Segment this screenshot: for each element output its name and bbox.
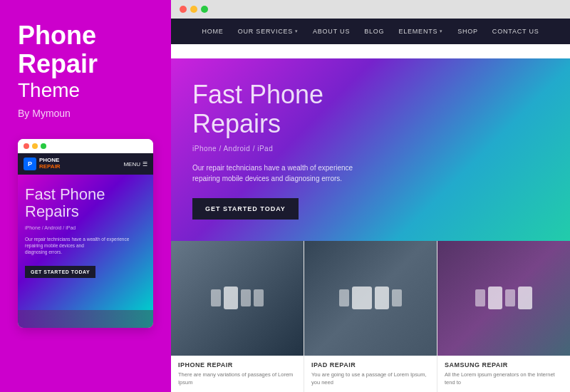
samsung-phone-small2: [505, 289, 515, 306]
nav-about-us[interactable]: ABOUT US: [313, 28, 350, 35]
card-samsung-text: All the Lorem ipsum generators on the In…: [445, 371, 563, 386]
nav-contact-us[interactable]: CONTACT US: [492, 28, 539, 35]
card-iphone-body: IPHONE REPAIR There are many variations …: [171, 356, 304, 392]
mobile-hero-title: Fast Phone Repairs: [25, 186, 146, 220]
card-iphone-image: [171, 241, 304, 356]
phone-shape-small: [211, 289, 221, 306]
card-ipad-title: IPAD REPAIR: [311, 361, 430, 368]
card-samsung-body: SAMSUNG REPAIR All the Lorem ipsum gener…: [437, 356, 570, 392]
nav-elements[interactable]: ELEMENTS ▾: [398, 28, 443, 35]
hero-title: Fast Phone Repairs: [192, 80, 549, 139]
left-panel: Phone Repair Theme By Mymoun P PHONE REP…: [0, 0, 171, 392]
browser-titlebar: [171, 0, 570, 19]
hero-section: Fast Phone Repairs iPhone / Android / iP…: [171, 58, 570, 241]
nav-blog[interactable]: BLOG: [364, 28, 384, 35]
mobile-logo-text: PHONE REPAIR: [39, 158, 61, 170]
mobile-dot-green: [41, 143, 46, 149]
card-iphone: IPHONE REPAIR There are many variations …: [171, 241, 304, 392]
mobile-nav: P PHONE REPAIR MENU ☰: [18, 153, 153, 175]
browser-dot-yellow: [190, 6, 197, 13]
mobile-logo-icon: P: [24, 158, 36, 170]
samsung-phone-small: [475, 289, 485, 306]
ipad-phone-large: [375, 287, 389, 309]
browser-content: HOME OUR SERVICES ▾ ABOUT US BLOG ELEMEN…: [171, 19, 570, 392]
nav-services-arrow: ▾: [295, 29, 299, 34]
mobile-dot-yellow: [32, 143, 38, 149]
ipad-phone-small: [339, 289, 349, 306]
mobile-bottom-strip: [18, 310, 153, 328]
hero-cta-button[interactable]: GET STARTED TODAY: [192, 198, 299, 220]
card-iphone-text: There are many variations of passages of…: [178, 371, 296, 386]
card-samsung: SAMSUNG REPAIR All the Lorem ipsum gener…: [437, 241, 570, 392]
ipad-tablet-shape: [352, 287, 372, 309]
nav-our-services[interactable]: OUR SERVICES ▾: [238, 28, 299, 35]
ipad-phone-small2: [392, 289, 402, 306]
mobile-preview: P PHONE REPAIR MENU ☰ Fast Phone Repairs…: [18, 139, 153, 328]
site-nav: HOME OUR SERVICES ▾ ABOUT US BLOG ELEMEN…: [171, 19, 570, 44]
card-samsung-title: SAMSUNG REPAIR: [445, 361, 563, 368]
samsung-phone-large: [488, 287, 502, 309]
app-title-phone: Phone: [18, 21, 153, 50]
card-iphone-title: IPHONE REPAIR: [178, 361, 296, 368]
nav-shop[interactable]: SHOP: [457, 28, 478, 35]
card-ipad-image: [304, 241, 437, 356]
app-title-repair: Repair: [18, 50, 153, 78]
mobile-logo: P PHONE REPAIR: [24, 158, 61, 170]
mobile-titlebar: [18, 139, 153, 153]
card-samsung-image: [437, 241, 570, 356]
mobile-hero-desc: Our repair technicians have a wealth of …: [25, 236, 146, 255]
hero-description: Our repair technicians have a wealth of …: [192, 163, 420, 184]
right-panel: HOME OUR SERVICES ▾ ABOUT US BLOG ELEMEN…: [171, 0, 570, 392]
samsung-phone-large2: [518, 287, 532, 309]
cards-section: IPHONE REPAIR There are many variations …: [171, 241, 570, 392]
browser-dot-green: [201, 6, 208, 13]
phone-shape-small3: [254, 289, 264, 306]
mobile-dot-red: [24, 143, 29, 149]
nav-elements-arrow: ▾: [440, 29, 443, 34]
mobile-hero: Fast Phone Repairs iPhone / Android / iP…: [18, 175, 153, 310]
mobile-menu-label: MENU ☰: [123, 161, 147, 167]
app-subtitle: Theme: [18, 79, 153, 102]
phone-shape-small2: [241, 289, 251, 306]
hero-subtitle: iPhone / Android / iPad: [192, 145, 549, 153]
app-author: By Mymoun: [18, 108, 153, 119]
mobile-hero-subtitle: iPhone / Android / iPad: [25, 225, 146, 230]
card-ipad: IPAD REPAIR You are going to use a passa…: [304, 241, 437, 392]
card-ipad-text: You are going to use a passage of Lorem …: [311, 371, 430, 386]
card-ipad-body: IPAD REPAIR You are going to use a passa…: [304, 356, 437, 392]
nav-home[interactable]: HOME: [202, 28, 223, 35]
mobile-cta-button[interactable]: GET STARTED TODAY: [25, 266, 95, 278]
phone-shape-large: [224, 287, 238, 309]
browser-dot-red: [180, 6, 187, 13]
white-bar: [171, 44, 570, 58]
